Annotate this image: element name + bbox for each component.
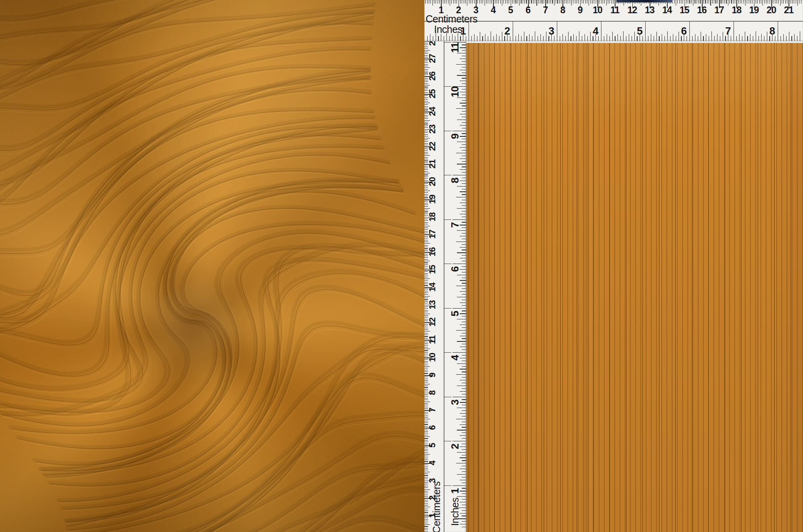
cm-tick bbox=[707, 0, 707, 4]
inch-fraction-tick bbox=[462, 355, 466, 355]
inch-fraction-tick bbox=[510, 36, 510, 41]
inch-fraction-tick bbox=[466, 36, 466, 41]
cm-tick bbox=[505, 0, 506, 4]
cm-tick bbox=[747, 0, 747, 4]
cm-tick bbox=[768, 0, 768, 4]
cm-tick bbox=[424, 519, 428, 520]
inch-fraction-tick bbox=[462, 100, 466, 101]
inch-fraction-tick bbox=[462, 300, 466, 300]
cm-tick bbox=[799, 0, 799, 4]
cm-tick bbox=[578, 0, 579, 4]
cm-tick bbox=[424, 333, 428, 333]
inch-fraction-tick bbox=[612, 32, 613, 41]
inch-fraction-tick bbox=[687, 36, 687, 41]
cm-number: 14 bbox=[428, 279, 437, 295]
inch-fraction-tick bbox=[460, 502, 466, 502]
cm-tick bbox=[542, 0, 542, 4]
cm-tick bbox=[497, 0, 497, 4]
cm-tick bbox=[424, 403, 428, 404]
inch-fraction-tick bbox=[460, 303, 466, 303]
cm-tick bbox=[500, 0, 501, 4]
cm-tick bbox=[787, 0, 787, 4]
cm-number: 20 bbox=[428, 174, 437, 190]
cm-tick bbox=[550, 0, 551, 4]
cm-number: 25 bbox=[428, 86, 437, 102]
cm-tick bbox=[561, 0, 561, 4]
cm-tick bbox=[723, 0, 723, 4]
inch-fraction-tick bbox=[462, 338, 466, 339]
cm-tick bbox=[424, 475, 428, 475]
inch-fraction-tick bbox=[460, 36, 461, 41]
cm-tick bbox=[424, 502, 428, 502]
inch-fraction-tick bbox=[452, 352, 466, 353]
cm-tick bbox=[782, 0, 782, 4]
cm-tick bbox=[424, 222, 428, 223]
inch-fraction-tick bbox=[593, 36, 593, 41]
inch-fraction-tick bbox=[460, 413, 466, 414]
inch-fraction-tick bbox=[462, 305, 466, 306]
cm-tick bbox=[604, 0, 605, 4]
cm-tick bbox=[759, 0, 760, 4]
inch-fraction-tick bbox=[460, 524, 466, 524]
inch-fraction-tick bbox=[543, 36, 544, 41]
inch-fraction-tick bbox=[462, 50, 466, 51]
cm-tick bbox=[455, 0, 455, 4]
inch-fraction-tick bbox=[456, 419, 466, 419]
cm-tick bbox=[742, 0, 742, 4]
ruler-horizontal: Centimeters Inches 123456789101112131415… bbox=[424, 0, 803, 41]
inch-fraction-tick bbox=[607, 34, 607, 41]
inch-fraction-tick bbox=[462, 78, 466, 78]
inch-fraction-tick bbox=[460, 59, 466, 59]
cm-number: 10 bbox=[589, 5, 605, 15]
cm-number: 16 bbox=[428, 244, 437, 260]
cm-tick bbox=[424, 66, 428, 66]
inch-fraction-tick bbox=[457, 474, 466, 475]
cm-tick bbox=[424, 387, 428, 388]
cm-number: 21 bbox=[781, 5, 797, 15]
cm-tick bbox=[465, 0, 466, 4]
inch-fraction-tick bbox=[452, 219, 466, 220]
inch-fraction-tick bbox=[462, 383, 466, 383]
inch-fraction-tick bbox=[568, 32, 569, 41]
inch-fraction-tick bbox=[526, 36, 527, 41]
cm-tick bbox=[424, 310, 428, 311]
inch-fraction-tick bbox=[460, 280, 466, 280]
cm-tick bbox=[474, 0, 475, 4]
inch-fraction-tick bbox=[430, 34, 430, 41]
cm-tick bbox=[726, 0, 726, 4]
inch-fraction-tick bbox=[462, 133, 466, 134]
inch-fraction-tick bbox=[462, 366, 466, 367]
inch-fraction-tick bbox=[460, 114, 466, 114]
cm-tick bbox=[424, 345, 428, 345]
ruler-vertical: Centimeters Inches 123456789101112131415… bbox=[424, 41, 466, 532]
inch-fraction-tick bbox=[460, 402, 466, 402]
inch-fraction-tick bbox=[615, 36, 615, 41]
inch-fraction-tick bbox=[664, 36, 665, 41]
inch-fraction-tick bbox=[684, 34, 684, 41]
inch-fraction-tick bbox=[456, 508, 466, 508]
inch-fraction-tick bbox=[462, 45, 466, 45]
cm-tick bbox=[424, 134, 428, 135]
cm-tick bbox=[762, 0, 763, 6]
inch-fraction-tick bbox=[791, 36, 792, 41]
cm-number: 18 bbox=[428, 209, 437, 225]
cm-tick bbox=[424, 187, 428, 187]
inch-fraction-tick bbox=[676, 36, 676, 41]
inch-fraction-tick bbox=[548, 36, 549, 41]
inch-fraction-tick bbox=[673, 34, 673, 41]
inch-fraction-tick bbox=[460, 92, 466, 92]
cm-tick bbox=[424, 157, 428, 158]
cm-tick bbox=[526, 0, 526, 4]
cm-tick bbox=[424, 262, 428, 263]
inch-fraction-tick bbox=[462, 122, 466, 123]
inch-fraction-tick bbox=[496, 34, 497, 41]
cm-tick bbox=[740, 0, 740, 4]
cm-tick bbox=[424, 422, 428, 423]
inch-fraction-tick bbox=[767, 32, 767, 41]
cm-tick bbox=[693, 0, 693, 6]
cm-tick bbox=[424, 299, 428, 300]
inch-fraction-tick bbox=[745, 32, 745, 41]
inch-fraction-tick bbox=[462, 372, 466, 372]
inch-fraction-tick bbox=[460, 380, 466, 380]
cm-tick bbox=[778, 0, 779, 4]
